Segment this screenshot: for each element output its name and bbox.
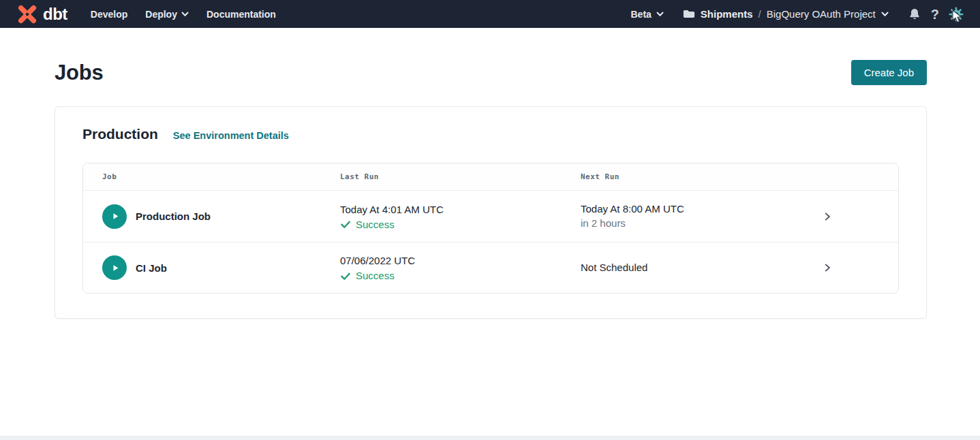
- breadcrumb-project[interactable]: BigQuery OAuth Project: [767, 8, 889, 20]
- breadcrumb-project-label: BigQuery OAuth Project: [767, 8, 876, 20]
- nav-item-deploy-label: Deploy: [145, 9, 177, 20]
- last-run-cell: Today At 4:01 AM UTC Success: [340, 203, 581, 230]
- chevron-right-icon: [823, 212, 832, 221]
- job-name[interactable]: Production Job: [136, 210, 211, 222]
- run-play-button[interactable]: [102, 204, 127, 229]
- row-open-chevron[interactable]: [819, 212, 836, 221]
- last-run-cell: 07/06/2022 UTC Success: [340, 254, 581, 281]
- main-content: Jobs Create Job Production See Environme…: [0, 60, 980, 319]
- page-header: Jobs Create Job: [55, 60, 927, 85]
- dbt-wordmark: dbt: [43, 6, 67, 22]
- chevron-right-icon: [823, 263, 832, 272]
- help-question-glyph: ?: [931, 7, 939, 21]
- last-run-status: Success: [340, 219, 581, 230]
- environment-header: Production See Environment Details: [82, 126, 899, 142]
- last-run-status: Success: [340, 270, 581, 281]
- column-header-next-run: Next Run: [581, 172, 819, 181]
- chevron-down-icon: [881, 12, 889, 17]
- table-row-production-job[interactable]: Production Job Today At 4:01 AM UTC Succ…: [83, 191, 898, 242]
- beta-label: Beta: [630, 9, 651, 20]
- nav-item-documentation[interactable]: Documentation: [206, 9, 276, 20]
- job-cell: Production Job: [102, 204, 340, 229]
- bottom-edge-strip: [0, 436, 980, 440]
- next-run-time: Today At 8:00 AM UTC: [581, 202, 819, 216]
- jobs-table-header: Job Last Run Next Run: [83, 163, 898, 191]
- next-run-cell: Not Scheduled: [581, 261, 819, 274]
- navbar-icon-group: ?: [908, 7, 964, 22]
- check-icon: [340, 219, 351, 230]
- settings-gear-icon[interactable]: [949, 7, 964, 22]
- play-icon: [109, 262, 121, 274]
- next-run-relative: in 2 hours: [581, 217, 819, 230]
- notifications-bell-icon[interactable]: [908, 7, 921, 21]
- table-row-ci-job[interactable]: CI Job 07/06/2022 UTC Success Not Schedu…: [83, 242, 898, 293]
- primary-nav: Develop Deploy Documentation: [91, 9, 276, 20]
- nav-item-deploy[interactable]: Deploy: [145, 9, 189, 20]
- beta-selector[interactable]: Beta: [630, 9, 663, 20]
- check-icon: [340, 270, 351, 281]
- dbt-logo-icon: [16, 4, 38, 25]
- next-run-time: Not Scheduled: [581, 261, 819, 274]
- job-name[interactable]: CI Job: [136, 262, 167, 274]
- project-breadcrumb[interactable]: Shipments / BigQuery OAuth Project: [683, 8, 889, 20]
- folder-icon: [683, 9, 695, 19]
- run-play-button[interactable]: [102, 255, 127, 280]
- top-navbar: dbt Develop Deploy Documentation Beta: [0, 0, 980, 28]
- environment-card: Production See Environment Details Job L…: [55, 106, 927, 319]
- create-job-button[interactable]: Create Job: [851, 60, 927, 85]
- breadcrumb-separator: /: [759, 8, 761, 20]
- row-open-chevron[interactable]: [819, 263, 836, 272]
- status-label: Success: [356, 270, 395, 281]
- nav-item-documentation-label: Documentation: [206, 9, 276, 20]
- jobs-table: Job Last Run Next Run Production Job Tod…: [82, 163, 899, 294]
- column-header-job: Job: [102, 172, 340, 181]
- chevron-down-icon: [181, 12, 189, 17]
- page-title: Jobs: [55, 61, 104, 85]
- chevron-down-icon: [656, 12, 664, 17]
- play-icon: [109, 210, 121, 222]
- job-cell: CI Job: [102, 255, 340, 280]
- help-question-icon[interactable]: ?: [931, 7, 939, 21]
- navbar-right: Beta Shipments / BigQuery OAuth Project: [630, 7, 964, 22]
- status-label: Success: [356, 219, 395, 230]
- last-run-time: 07/06/2022 UTC: [340, 254, 581, 268]
- nav-item-develop[interactable]: Develop: [91, 9, 127, 20]
- dbt-logo[interactable]: dbt: [16, 4, 67, 25]
- environment-details-link[interactable]: See Environment Details: [173, 130, 289, 141]
- column-header-last-run: Last Run: [340, 172, 581, 181]
- last-run-time: Today At 4:01 AM UTC: [340, 203, 581, 217]
- nav-item-develop-label: Develop: [91, 9, 127, 20]
- environment-name: Production: [82, 126, 158, 142]
- next-run-cell: Today At 8:00 AM UTC in 2 hours: [581, 202, 819, 230]
- breadcrumb-folder: Shipments: [701, 8, 753, 20]
